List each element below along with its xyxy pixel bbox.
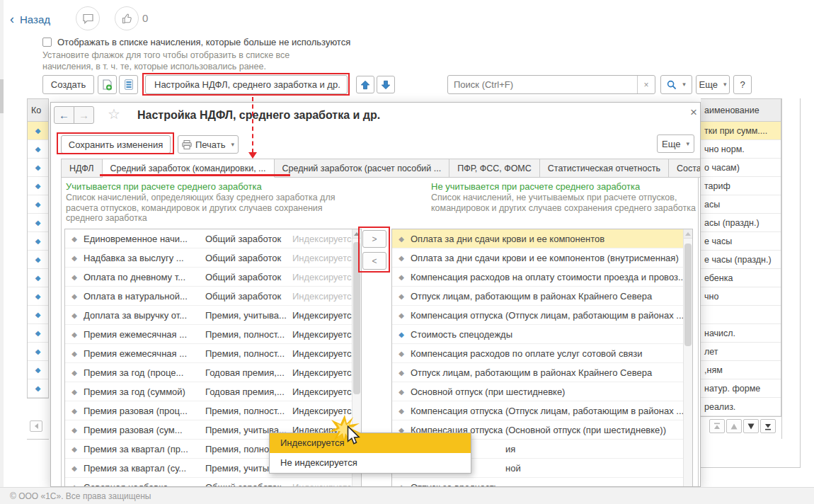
page-scrollbar[interactable]: [0, 0, 4, 487]
bg-table-row[interactable]: асы: [701, 195, 781, 214]
accrual-row[interactable]: ◆Премия за год (проце...Годовая премия,.…: [65, 363, 352, 382]
bg-table-row[interactable]: тариф: [701, 177, 781, 195]
accrual-indexation[interactable]: Индексируется: [292, 291, 352, 302]
bg-table-row[interactable]: ◆: [28, 343, 48, 361]
accrual-row[interactable]: ◆Оплата в натуральной...Общий заработокИ…: [65, 287, 352, 306]
go-last-button[interactable]: [760, 419, 776, 433]
bg-table-row[interactable]: ◆: [28, 306, 48, 324]
go-next-button[interactable]: [743, 419, 759, 433]
accrual-indexation[interactable]: Индексируется: [292, 482, 352, 488]
dialog-back-button[interactable]: ←: [54, 106, 74, 124]
bg-table-row[interactable]: ◆: [28, 251, 48, 269]
bg-table-row[interactable]: ◆: [28, 159, 48, 177]
move-to-left-button[interactable]: <: [362, 252, 386, 270]
accrual-row[interactable]: ◆Надбавка за выслугу ...Общий заработокИ…: [65, 248, 352, 268]
print-button[interactable]: Печать▾: [178, 135, 239, 154]
left-list-scroll-thumb[interactable]: [353, 242, 360, 394]
search-input[interactable]: [448, 79, 637, 90]
toolbar-more-button[interactable]: Еще▾: [696, 75, 730, 94]
create-group-button[interactable]: [98, 75, 117, 94]
bg-table-row[interactable]: тки при сумм....: [701, 122, 781, 140]
accrual-row[interactable]: ◆Компенсация расходов по оплате услуг со…: [392, 344, 683, 363]
bg-table-row[interactable]: е часы (праздн.): [701, 251, 781, 269]
bg-table-row[interactable]: ◆: [28, 324, 48, 343]
list-view-button[interactable]: [119, 75, 138, 94]
bg-table-row[interactable]: чно: [701, 287, 781, 306]
save-changes-button[interactable]: Сохранить изменения: [61, 135, 171, 154]
accrual-row[interactable]: ◆Оплата за дни сдачи крови и ее компонен…: [392, 229, 683, 248]
dialog-tab[interactable]: ПФР, ФСС, ФОМС: [449, 159, 540, 178]
bg-table-row[interactable]: е часы: [701, 232, 781, 251]
page-scrollbar-thumb[interactable]: [0, 79, 4, 113]
move-down-button[interactable]: [377, 76, 395, 93]
dialog-more-button[interactable]: Еще▾: [657, 134, 694, 153]
ndfl-settings-button[interactable]: Настройка НДФЛ, среднего заработка и др.: [145, 75, 348, 94]
bg-table-row[interactable]: чно норм.: [701, 140, 781, 159]
bg-table-row[interactable]: ◆: [28, 177, 48, 195]
bg-table-row[interactable]: [701, 306, 781, 324]
bg-hscroll-left-button[interactable]: [30, 420, 42, 432]
like-button[interactable]: [115, 6, 139, 30]
scroll-up-icon[interactable]: [684, 229, 692, 239]
bg-table-row[interactable]: ◆: [28, 140, 48, 159]
create-button[interactable]: Создать: [42, 75, 94, 94]
bg-table-row[interactable]: ебенка: [701, 269, 781, 287]
go-prev-button[interactable]: [726, 419, 742, 433]
accrual-row[interactable]: ◆Оплата по дневному т...Общий заработокИ…: [65, 268, 352, 287]
right-list-scrollbar[interactable]: [683, 229, 692, 486]
accrual-row[interactable]: ◆Единовременное начи...Общий заработокИн…: [65, 229, 352, 248]
dropdown-option[interactable]: Индексируется: [270, 433, 471, 453]
accrual-indexation[interactable]: Индексируется: [292, 234, 352, 244]
help-button[interactable]: ?: [733, 75, 752, 94]
dialog-tab[interactable]: НДФЛ: [61, 159, 103, 178]
accrual-row[interactable]: ◆Отпуск за вредность: [392, 478, 683, 487]
bg-table-row[interactable]: ◆: [28, 195, 48, 214]
accrual-indexation[interactable]: Индексируется: [292, 329, 352, 340]
bg-table-row[interactable]: ◆: [28, 361, 48, 379]
dialog-tab[interactable]: Состав ФОТ: [669, 159, 701, 178]
bg-table-row[interactable]: ◆: [28, 214, 48, 232]
accrual-row[interactable]: ◆Компенсация отпуска (Отпуск лицам, рабо…: [392, 401, 683, 420]
show-unused-checkbox[interactable]: [42, 38, 52, 47]
move-to-right-button[interactable]: >: [362, 230, 386, 248]
accrual-row[interactable]: ◆Отпуск лицам, работающим в районах Край…: [392, 287, 683, 306]
bg-table-row[interactable]: ◆: [28, 287, 48, 306]
clear-search-icon[interactable]: ×: [637, 76, 655, 93]
back-link[interactable]: ‹ Назад: [10, 13, 50, 25]
bg-table-row[interactable]: ◆: [28, 122, 48, 140]
favorite-star-icon[interactable]: ☆: [108, 105, 120, 122]
discussion-button[interactable]: [76, 6, 100, 30]
accrual-row[interactable]: ◆Компенсация расходов на оплату стоимост…: [392, 268, 683, 287]
accrual-row[interactable]: ◆Доплата за выручку от...Премия, учитыва…: [65, 306, 352, 325]
accrual-row[interactable]: ◆Премия ежемесячная ...Премия, полност..…: [65, 344, 352, 363]
bg-table-row[interactable]: о часам): [701, 159, 781, 177]
bg-table-row[interactable]: асы (праздн.): [701, 214, 781, 232]
accrual-row[interactable]: ◆Компенсация отпуска (Отпуск лицам, рабо…: [392, 306, 683, 325]
dialog-tab[interactable]: Статистическая отчетность: [540, 159, 669, 178]
accrual-indexation[interactable]: Индексируется: [292, 253, 352, 263]
bg-table-row[interactable]: натур. форме: [701, 379, 781, 398]
accrual-row[interactable]: ◆Северная надбавкаОбщий заработокИндекси…: [65, 478, 352, 487]
accrual-indexation[interactable]: Индексируется: [292, 367, 352, 378]
accrual-indexation[interactable]: Индексируется: [292, 310, 352, 321]
accrual-indexation[interactable]: Индексируется: [292, 348, 352, 359]
close-icon[interactable]: ×: [690, 105, 697, 120]
bg-table-row[interactable]: ◆: [28, 269, 48, 287]
accrual-row[interactable]: ◆Стоимость спецодежды: [392, 325, 683, 344]
bg-table-row[interactable]: лет: [701, 343, 781, 361]
go-first-button[interactable]: [709, 419, 725, 433]
right-list-scroll-thumb[interactable]: [684, 244, 692, 346]
accrual-row[interactable]: ◆Премия ежемесячная ...Премия, полност..…: [65, 325, 352, 344]
bg-table-row[interactable]: реализ.: [701, 398, 781, 416]
bg-table-row[interactable]: ◆: [28, 379, 48, 398]
bg-table-row[interactable]: ,ням: [701, 361, 781, 379]
accrual-row[interactable]: ◆Отпуск лицам, работающим в районах Край…: [392, 363, 683, 382]
search-options-button[interactable]: ▾: [660, 75, 692, 94]
accrual-indexation[interactable]: Индексируется: [292, 386, 352, 397]
dropdown-option[interactable]: Не индексируется: [270, 453, 471, 473]
move-up-button[interactable]: [356, 76, 374, 93]
accrual-row[interactable]: ◆Основной отпуск (при шестидневке): [392, 382, 683, 401]
scroll-up-icon[interactable]: [352, 229, 361, 239]
dialog-forward-button[interactable]: →: [74, 106, 94, 124]
accrual-row[interactable]: ◆Оплата за дни сдачи крови и ее компонен…: [392, 248, 683, 268]
